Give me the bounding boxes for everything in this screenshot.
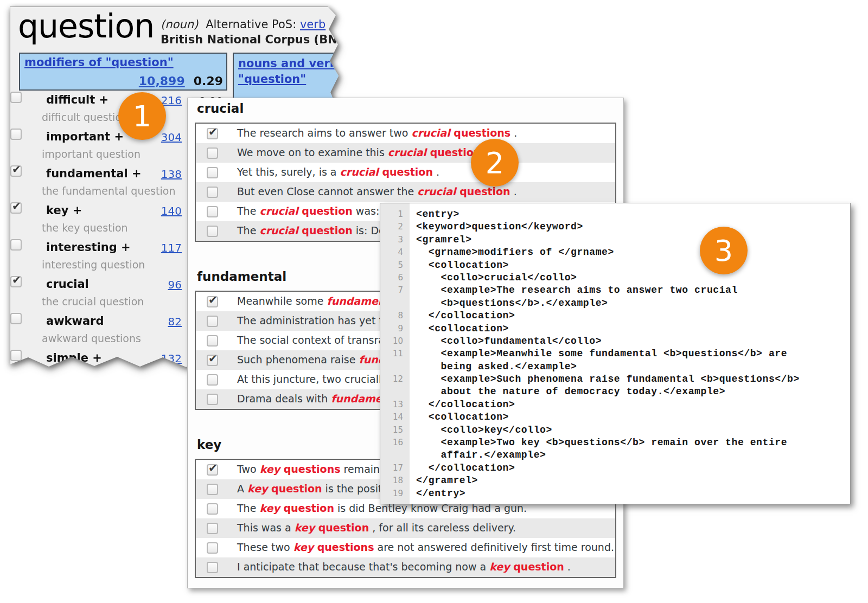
frequency-link[interactable]: 140	[129, 204, 182, 217]
modifiers-title-link[interactable]: modifiers of "question"	[24, 56, 174, 69]
sentence-checkbox[interactable]	[207, 503, 218, 515]
xml-panel: 1<entry>2<keyword>question</keyword>3<gr…	[380, 203, 851, 504]
sentence-checkbox[interactable]	[207, 464, 218, 476]
xml-code: 1<entry>2<keyword>question</keyword>3<gr…	[380, 208, 850, 500]
collocate-word: important +	[46, 130, 124, 143]
line-number	[380, 297, 410, 310]
line-number: 2	[380, 221, 410, 233]
code-text: <collocation>	[410, 411, 509, 424]
modifier-checkbox[interactable]	[10, 276, 22, 287]
code-line: 18</gramrel>	[380, 474, 850, 487]
line-number: 5	[380, 259, 410, 272]
code-line: 3<gramrel>	[380, 234, 850, 246]
code-line: 5 <collocation>	[380, 259, 850, 272]
code-line: 8 </collocation>	[380, 310, 850, 322]
frequency-link[interactable]: 138	[129, 168, 182, 181]
example-phrase: the fundamental question	[42, 185, 175, 197]
code-text: <gramrel>	[410, 234, 472, 246]
code-line: <b>questions</b>.</example>	[380, 297, 850, 310]
sentence-checkbox[interactable]	[207, 523, 218, 534]
concordance-row: These two key questions are not answered…	[196, 538, 615, 557]
nouns-verbs-line2: "question"	[238, 73, 306, 86]
code-text: <collocation>	[410, 323, 509, 335]
frequency-link[interactable]: 82	[129, 315, 182, 328]
example-phrase: the crucial question	[42, 296, 144, 307]
alt-pos-label: Alternative PoS:	[206, 18, 296, 31]
concordance-row: I anticipate that because that's becomin…	[196, 557, 615, 577]
modifiers-score: 0.29	[194, 74, 223, 88]
step-badge-2: 2	[471, 139, 519, 187]
line-number: 13	[380, 399, 410, 411]
concordance-sentence: But even Close cannot answer the crucial…	[237, 185, 517, 197]
sentence-checkbox[interactable]	[207, 335, 218, 347]
frequency-link[interactable]: 132	[129, 352, 182, 365]
code-text: <example>Such phenomena raise fundamenta…	[410, 373, 800, 386]
code-line: 9 <collocation>	[380, 323, 850, 335]
concordance-row: This was a key question , for all its ca…	[196, 518, 615, 538]
code-text: </collocation>	[410, 462, 515, 474]
code-text: <collo>fundamental</collo>	[410, 335, 602, 348]
sentence-checkbox[interactable]	[207, 167, 218, 178]
sentence-checkbox[interactable]	[207, 226, 218, 237]
modifier-checkbox[interactable]	[10, 313, 22, 324]
corpus-name: British National Corpus (BNC)	[161, 32, 348, 47]
modifiers-total-link[interactable]: 10,899	[139, 74, 185, 88]
sentence-checkbox[interactable]	[207, 187, 218, 198]
code-text: <collo>crucial</collo>	[410, 272, 577, 284]
modifier-checkbox[interactable]	[10, 129, 22, 140]
code-line: about the nature of democracy today.</ex…	[380, 386, 850, 398]
sentence-checkbox[interactable]	[207, 296, 218, 307]
collocate-word: difficult +	[46, 93, 108, 106]
sentence-checkbox[interactable]	[207, 542, 218, 554]
modifier-checkbox[interactable]	[10, 202, 22, 214]
step-badge-1: 1	[118, 92, 166, 140]
sentence-checkbox[interactable]	[207, 147, 218, 159]
code-text: </collocation>	[410, 310, 515, 322]
example-phrase: important question	[42, 148, 141, 160]
line-number: 16	[380, 437, 410, 449]
modifier-checkbox[interactable]	[10, 165, 22, 177]
modifier-checkbox[interactable]	[10, 92, 22, 103]
headword: question	[18, 7, 154, 45]
collocate-word: awkward	[46, 315, 104, 328]
code-line: 11 <example>Meanwhile some fundamental <…	[380, 348, 850, 360]
code-line: 13 </collocation>	[380, 399, 850, 411]
sentence-checkbox[interactable]	[207, 374, 218, 386]
frequency-link[interactable]: 96	[129, 278, 182, 291]
line-number: 11	[380, 348, 410, 360]
code-text: </entry>	[410, 487, 465, 500]
line-number: 17	[380, 462, 410, 474]
sentence-checkbox[interactable]	[207, 316, 218, 327]
line-number: 18	[380, 474, 410, 487]
sentence-checkbox[interactable]	[207, 562, 218, 573]
collocate-word: fundamental +	[46, 167, 142, 180]
code-line: 15 <collo>key</collo>	[380, 424, 850, 437]
sentence-checkbox[interactable]	[207, 394, 218, 405]
sentence-checkbox[interactable]	[207, 128, 218, 139]
sentence-checkbox[interactable]	[207, 206, 218, 217]
sentence-checkbox[interactable]	[207, 355, 218, 366]
code-text: <example>The research aims to answer two…	[410, 284, 738, 297]
code-line: 7 <example>The research aims to answer t…	[380, 284, 850, 297]
concordance-row: We move on to examine this crucial quest…	[196, 143, 615, 163]
group-title: crucial	[197, 101, 616, 116]
step-badge-3: 3	[700, 227, 748, 274]
modifier-checkbox[interactable]	[10, 350, 22, 361]
code-line: 4 <grname>modifiers of </grname>	[380, 246, 850, 259]
nouns-verbs-title-link[interactable]: nouns and verb"question"	[238, 56, 338, 87]
concordance-sentence: This was a key question , for all its ca…	[237, 522, 516, 534]
line-number: 8	[380, 310, 410, 322]
code-text: <collo>key</collo>	[410, 424, 552, 437]
line-number: 9	[380, 323, 410, 335]
header-info: (noun)Alternative PoS: verb British Nati…	[161, 17, 348, 47]
modifier-checkbox[interactable]	[10, 239, 22, 251]
code-text: <b>questions</b>.</example>	[410, 297, 608, 310]
code-line: 16 <example>Two key <b>questions</b> rem…	[380, 437, 850, 449]
concordance-sentence: We move on to examine this crucial quest…	[237, 146, 487, 158]
collocate-word: interesting +	[46, 241, 131, 254]
alt-pos-verb-link[interactable]: verb	[300, 18, 326, 31]
sentence-checkbox[interactable]	[207, 484, 218, 495]
line-number: 10	[380, 335, 410, 348]
frequency-link[interactable]: 117	[129, 241, 182, 254]
code-text: about the nature of democracy today.</ex…	[410, 386, 725, 398]
